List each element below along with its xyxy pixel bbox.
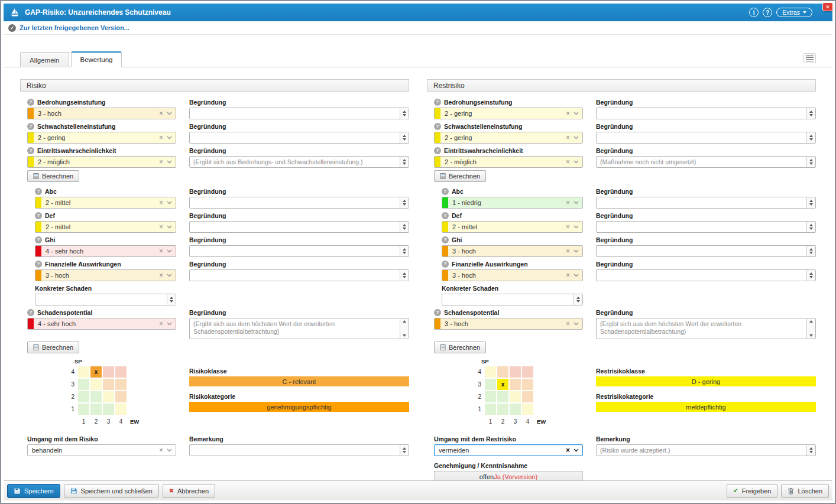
chevron-down-icon[interactable] (166, 136, 176, 139)
clear-icon[interactable] (157, 223, 166, 231)
spinner-buttons[interactable] (400, 108, 409, 119)
rating-dropdown[interactable]: 2 - mittel (35, 197, 176, 209)
spinner-buttons[interactable] (400, 270, 409, 281)
spinner-buttons[interactable] (806, 246, 815, 256)
bemerkung-input[interactable] (189, 444, 409, 456)
spinner-buttons[interactable] (806, 445, 815, 456)
help-icon[interactable] (434, 147, 441, 154)
rating-dropdown[interactable]: 3 - hoch (434, 318, 583, 330)
justification-input[interactable] (596, 245, 816, 257)
clear-icon[interactable] (157, 446, 166, 454)
spinner-buttons[interactable] (400, 246, 409, 256)
spinner-buttons[interactable] (806, 270, 815, 281)
chevron-down-icon[interactable] (572, 322, 582, 326)
spinner-buttons[interactable] (400, 222, 409, 232)
clear-icon[interactable] (157, 271, 166, 279)
help-icon[interactable] (35, 261, 42, 268)
rating-dropdown[interactable]: 2 - gering (27, 132, 176, 144)
spinner-buttons[interactable] (400, 445, 409, 456)
berechnen-button[interactable]: Berechnen (27, 170, 79, 182)
last-released-version-link[interactable]: Zur letzten freigegebenen Version... (20, 24, 129, 31)
clear-icon[interactable] (563, 223, 572, 231)
chevron-down-icon[interactable] (166, 448, 176, 452)
clear-icon[interactable] (157, 199, 166, 207)
justification-input[interactable] (189, 197, 409, 209)
berechnen-button[interactable]: Berechnen (434, 342, 486, 353)
justification-input[interactable] (596, 221, 816, 233)
umgang-dropdown[interactable]: vermeiden (434, 444, 583, 456)
layout-list-icon[interactable] (803, 53, 816, 63)
justification-input[interactable] (189, 269, 409, 281)
chevron-down-icon[interactable] (572, 448, 582, 452)
spinner-buttons[interactable] (806, 222, 815, 232)
chevron-down-icon[interactable] (572, 136, 582, 139)
justification-input[interactable] (596, 197, 816, 209)
justification-input[interactable] (596, 108, 816, 119)
rating-dropdown[interactable]: 2 - mittel (35, 221, 176, 233)
info-icon[interactable]: i (749, 8, 759, 17)
berechnen-button[interactable]: Berechnen (434, 170, 486, 182)
spinner-buttons[interactable] (806, 132, 815, 143)
clear-icon[interactable] (563, 158, 572, 166)
help-icon[interactable] (35, 188, 42, 195)
help-icon[interactable] (35, 212, 42, 219)
release-button[interactable]: Freigeben (727, 484, 778, 498)
save-and-close-button[interactable]: Speichern und schließen (64, 484, 159, 498)
rating-dropdown[interactable]: 2 - möglich (27, 156, 176, 168)
rating-dropdown[interactable]: 4 - sehr hoch (35, 245, 176, 257)
help-icon[interactable] (27, 123, 34, 130)
clear-icon[interactable] (563, 109, 572, 118)
justification-input[interactable]: (Ergibt sich aus Bedrohungs- und Schwach… (189, 156, 409, 168)
chevron-down-icon[interactable] (166, 274, 176, 277)
konkreter-schaden-input[interactable] (442, 294, 583, 305)
rating-dropdown[interactable]: 2 - gering (434, 132, 583, 144)
umgang-dropdown[interactable]: behandeln (27, 444, 176, 456)
clear-icon[interactable] (563, 134, 572, 142)
justification-input[interactable]: (Maßnahme noch nicht umgesetzt) (596, 156, 816, 168)
clear-icon[interactable] (563, 247, 572, 255)
justification-input[interactable]: (Ergibt sich aus dem höchsten Wert der e… (189, 318, 409, 339)
tab-allgemein[interactable]: Allgemein (20, 52, 69, 67)
rating-dropdown[interactable]: 3 - hoch (27, 108, 176, 119)
help-icon[interactable] (434, 123, 441, 130)
rating-dropdown[interactable]: 3 - hoch (442, 245, 583, 257)
spinner-buttons[interactable] (806, 108, 815, 119)
bemerkung-input[interactable]: (Risiko wurde akzeptiert.) (596, 444, 816, 456)
help-icon[interactable] (434, 309, 441, 316)
clear-icon[interactable] (157, 158, 166, 166)
chevron-down-icon[interactable] (572, 274, 582, 277)
clear-icon[interactable] (563, 199, 572, 207)
clear-icon[interactable] (563, 271, 572, 279)
rating-dropdown[interactable]: 1 - niedrig (442, 197, 583, 209)
chevron-down-icon[interactable] (572, 225, 582, 229)
spinner-buttons[interactable] (400, 197, 409, 208)
chevron-down-icon[interactable] (166, 322, 176, 326)
justification-input[interactable] (596, 132, 816, 144)
rating-dropdown[interactable]: 4 - sehr hoch (27, 318, 176, 330)
cancel-button[interactable]: Abbrechen (163, 484, 216, 498)
spinner-buttons[interactable] (400, 132, 409, 143)
spinner-buttons[interactable] (806, 197, 815, 208)
help-icon[interactable] (442, 212, 449, 219)
chevron-down-icon[interactable] (166, 201, 176, 204)
clear-icon[interactable] (157, 320, 166, 328)
spinner-buttons[interactable] (167, 294, 176, 305)
spinner-buttons[interactable] (806, 157, 815, 167)
help-icon[interactable] (434, 99, 441, 106)
chevron-down-icon[interactable] (166, 225, 176, 229)
konkreter-schaden-input[interactable] (35, 294, 176, 305)
spinner-buttons[interactable] (806, 318, 815, 339)
justification-input[interactable] (189, 221, 409, 233)
help-icon[interactable] (35, 236, 42, 243)
chevron-down-icon[interactable] (572, 201, 582, 204)
justification-input[interactable] (596, 269, 816, 281)
help-icon[interactable] (27, 147, 34, 154)
clear-icon[interactable] (157, 247, 166, 255)
rating-dropdown[interactable]: 2 - möglich (434, 156, 583, 168)
rating-dropdown[interactable]: 3 - hoch (442, 269, 583, 281)
spinner-buttons[interactable] (400, 157, 409, 167)
clear-icon[interactable] (157, 134, 166, 142)
help-icon[interactable] (27, 99, 34, 106)
rating-dropdown[interactable]: 3 - hoch (35, 269, 176, 281)
clear-icon[interactable] (157, 109, 166, 118)
